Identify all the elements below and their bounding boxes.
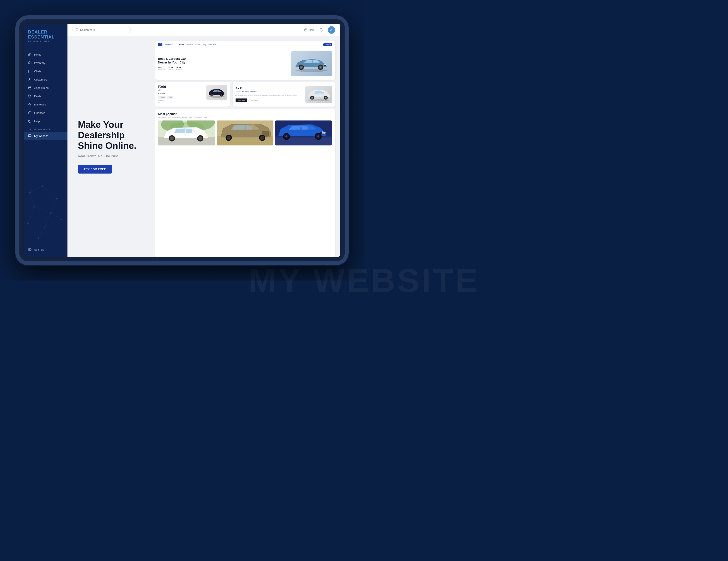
search-box[interactable] [72, 27, 131, 33]
preview-nav-links: Home About us Pages Blog contact us [179, 44, 216, 46]
preview-compare-btn: Compare [323, 43, 332, 46]
preview-nav-contact: contact us [208, 44, 216, 46]
hero-panel: Make Your DealershipShine Online. Real G… [67, 36, 155, 257]
svg-line-12 [51, 199, 57, 213]
learn-more-button[interactable]: Learn More [249, 98, 260, 102]
sidebar-label-my-website: My Website [34, 135, 48, 138]
preview-air-card: Air X Accelerate into a New Era Lorem ip… [233, 82, 335, 107]
air-x-desc: Lorem ipsum dolor sit amet, consectetur … [236, 94, 303, 96]
air-x-buttons: Order Now Learn More [236, 98, 303, 102]
air-x-text: Air X Accelerate into a New Era Lorem ip… [236, 87, 303, 102]
hero-title: Make Your DealershipShine Online. [78, 120, 145, 151]
sidebar-label-marketing: Marketing [34, 103, 46, 106]
chats-icon [28, 69, 32, 73]
sidebar-item-settings[interactable]: Settings [24, 246, 67, 254]
svg-line-13 [34, 207, 51, 213]
svg-rect-61 [158, 137, 215, 146]
preview-hero-text: Best & Largest CarDealer In Your City 13… [158, 57, 287, 71]
sidebar-item-chats[interactable]: Chats [24, 67, 67, 75]
preview-nav: Cars4sale Home About us Pages Blog conta… [155, 41, 335, 48]
sidebar-label-help: Help [34, 120, 40, 123]
sidebar: DEALER ESSENTIAL DEALERS' CHOICE Home [24, 24, 67, 257]
svg-line-14 [28, 207, 34, 224]
tablet-frame: DEALER ESSENTIAL DEALERS' CHOICE Home [15, 15, 349, 265]
svg-point-49 [221, 94, 222, 96]
preview-nav-home: Home [179, 44, 184, 46]
svg-point-84 [317, 136, 319, 138]
svg-line-15 [45, 213, 51, 228]
sidebar-item-finances[interactable]: Finances [24, 109, 67, 117]
preview-stat-models: 12.2k Models [168, 66, 173, 70]
search-input[interactable] [80, 28, 128, 31]
sidebar-label-home: Home [34, 53, 41, 56]
finances-icon [28, 111, 32, 115]
svg-point-72 [227, 136, 231, 140]
logo-tagline: DEALERS' CHOICE [28, 40, 63, 42]
sidebar-item-deals[interactable]: Deals [24, 92, 67, 100]
svg-point-40 [300, 67, 302, 68]
svg-point-53 [312, 97, 313, 98]
customers-icon [28, 78, 32, 81]
preview-most-popular: Most popular Our popular picks for most … [155, 109, 335, 257]
preview-hero-car-image [291, 51, 332, 76]
preview-hero-title: Best & Largest CarDealer In Your City [158, 57, 287, 64]
online-presence-label: Online Presence [24, 126, 67, 132]
svg-line-19 [45, 219, 61, 228]
avatar[interactable]: OP [328, 26, 335, 34]
sidebar-item-marketing[interactable]: Marketing [24, 101, 67, 108]
topbar: Help OP [67, 24, 340, 36]
preview-mid-row: EX90 Volvo $ 79000 7-seater SUV All-elec… [155, 82, 335, 107]
sidebar-item-customers[interactable]: Customers [24, 76, 67, 83]
preview-nav-pages: Pages [195, 44, 200, 46]
help-button[interactable]: Help [304, 28, 314, 32]
marketing-icon [28, 103, 32, 106]
most-popular-title: Most popular [158, 112, 332, 116]
sidebar-label-finances: Finances [34, 111, 45, 115]
svg-line-10 [42, 186, 57, 199]
preview-nav-blog: Blog [203, 44, 206, 46]
svg-line-9 [30, 186, 42, 192]
svg-point-34 [76, 28, 78, 30]
car-grid [158, 121, 332, 146]
car-grid-item-1 [158, 121, 215, 146]
svg-point-81 [285, 136, 288, 138]
svg-point-63 [170, 136, 174, 140]
car-grid-item-2 [217, 121, 274, 146]
car-grid-item-3 [275, 121, 332, 146]
sidebar-label-inventory: Inventory [34, 61, 45, 65]
svg-line-18 [38, 228, 45, 238]
ev-brand: Volvo [158, 89, 204, 91]
sidebar-logo: DEALER ESSENTIAL DEALERS' CHOICE [24, 24, 67, 47]
sidebar-item-home[interactable]: Home [24, 51, 67, 59]
air-x-subtitle: Accelerate into a New Era [236, 91, 303, 93]
preview-logo-text: Cars4sale [164, 44, 173, 46]
ev-car-image [206, 85, 227, 100]
sidebar-item-inventory[interactable]: Inventory [24, 59, 67, 67]
order-now-button[interactable]: Order Now [236, 98, 247, 102]
preview-ev-card: EX90 Volvo $ 79000 7-seater SUV All-elec… [155, 82, 230, 107]
inventory-icon [28, 61, 32, 65]
hero-subtitle: Real Growth, No Fine Print. [78, 154, 145, 158]
notification-button[interactable] [318, 27, 324, 33]
topbar-right: Help OP [304, 26, 335, 34]
ev-price: $ 79000 [158, 93, 204, 95]
page-body: Make Your DealershipShine Online. Real G… [67, 36, 340, 257]
ev-tags: 7-seater SUV [158, 96, 204, 99]
most-popular-subtitle: Our popular picks for most favorited Nik… [158, 117, 332, 118]
help-label: Help [309, 28, 314, 31]
ev-model: EX90 [158, 85, 204, 89]
try-free-button[interactable]: TRY FOR FREE [78, 165, 112, 174]
svg-point-33 [29, 249, 30, 250]
appointment-icon [28, 86, 32, 90]
sidebar-item-appointment[interactable]: Appointment [24, 84, 67, 92]
preview-stat-branches: 20.4k Branches [176, 66, 182, 70]
sidebar-label-settings: Settings [34, 248, 44, 251]
sidebar-item-help[interactable]: Help [24, 117, 67, 125]
app-container: DEALER ESSENTIAL DEALERS' CHOICE Home [24, 24, 340, 257]
help-icon [28, 119, 32, 123]
preview-nav-about: About us [186, 44, 193, 46]
ev-detail-electric: All-electric [158, 100, 204, 101]
sidebar-item-my-website[interactable]: My Website [24, 132, 67, 140]
svg-point-74 [260, 136, 264, 140]
svg-point-65 [198, 136, 202, 140]
